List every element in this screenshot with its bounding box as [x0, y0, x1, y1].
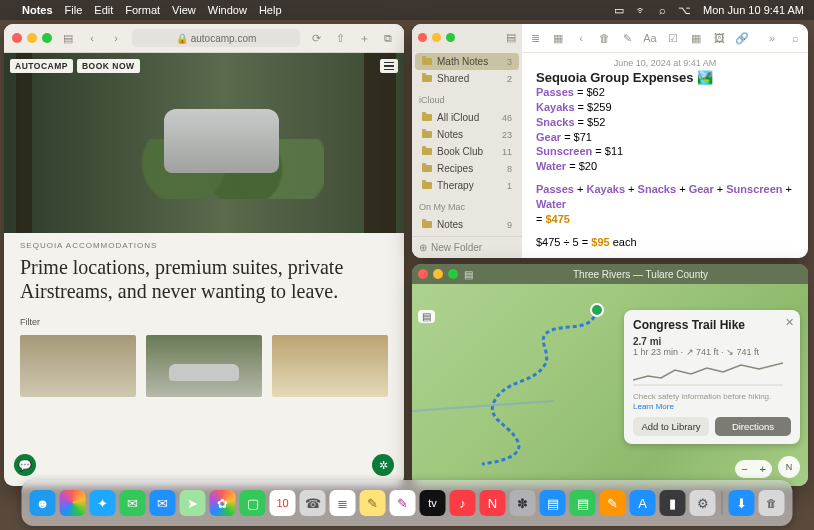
safari-window: ▤ ‹ › 🔒autocamp.com ⟳ ⇧ ＋ ⧉ AUTOCAMP BOO…	[4, 24, 404, 486]
hamburger-icon[interactable]	[380, 59, 398, 73]
dock-app-downloads[interactable]: ⬇	[729, 490, 755, 516]
note-body[interactable]: Sequoia Group Expenses 🏞️ Passes = $62Ka…	[522, 70, 808, 257]
tabs-icon[interactable]: ⧉	[380, 32, 396, 45]
link-icon[interactable]: 🔗	[735, 32, 749, 45]
battery-icon[interactable]: ▭	[614, 4, 624, 17]
sidebar-folder[interactable]: Recipes8	[415, 160, 519, 177]
grid-view-icon[interactable]: ▦	[551, 32, 565, 45]
dock-app-settings[interactable]: ⚙	[690, 490, 716, 516]
menu-edit[interactable]: Edit	[94, 4, 113, 16]
new-tab-icon[interactable]: ＋	[356, 31, 372, 46]
menu-format[interactable]: Format	[125, 4, 160, 16]
window-controls[interactable]	[418, 33, 455, 42]
dock-app-news[interactable]: N	[480, 490, 506, 516]
expense-row: Water = $20	[536, 159, 794, 174]
map-mode-icon[interactable]: ▤	[418, 310, 435, 323]
menu-help[interactable]: Help	[259, 4, 282, 16]
dock-app-freeform[interactable]: ✎	[390, 490, 416, 516]
wifi-icon[interactable]: ᯤ	[636, 4, 647, 16]
search-icon[interactable]: ⌕	[659, 4, 666, 16]
sum-expression: Passes + Kayaks + Snacks + Gear + Sunscr…	[536, 182, 794, 227]
window-controls[interactable]	[12, 33, 52, 43]
menu-view[interactable]: View	[172, 4, 196, 16]
dock-app-appstore[interactable]: A	[630, 490, 656, 516]
sidebar-folder[interactable]: All iCloud46	[415, 109, 519, 126]
brand-badge[interactable]: AUTOCAMP	[10, 59, 73, 73]
sidebar-folder[interactable]: Shared2	[415, 70, 519, 87]
zoom-control[interactable]: −+	[735, 460, 772, 478]
chat-icon[interactable]: 💬	[14, 454, 36, 476]
map-canvas[interactable]: ▤ ✕ Congress Trail Hike 2.7 mi 1 hr 23 m…	[412, 284, 808, 486]
dock-app-tv[interactable]: tv	[420, 490, 446, 516]
window-controls[interactable]	[418, 269, 458, 279]
back-icon[interactable]: ‹	[84, 32, 100, 44]
plus-icon: ⊕	[419, 242, 427, 253]
close-icon[interactable]: ✕	[785, 316, 794, 329]
dock-app-trash[interactable]: 🗑	[759, 490, 785, 516]
sidebar-folder[interactable]: Book Club11	[415, 143, 519, 160]
media-icon[interactable]: 🖼	[712, 32, 726, 44]
table-icon[interactable]: ▦	[689, 32, 703, 45]
format-icon[interactable]: Aa	[643, 32, 657, 44]
expense-row: Snacks = $52	[536, 115, 794, 130]
back-icon[interactable]: ‹	[574, 32, 588, 44]
dock-app-finder[interactable]: ☻	[30, 490, 56, 516]
filter-button[interactable]: Filter	[20, 317, 388, 327]
menu-window[interactable]: Window	[208, 4, 247, 16]
trash-icon[interactable]: 🗑	[597, 32, 611, 44]
notes-toolbar: ≣ ▦ ‹ 🗑 ✎ Aa ☑ ▦ 🖼 🔗 » ⌕	[522, 24, 808, 53]
dock-app-keynote[interactable]: ▤	[540, 490, 566, 516]
new-folder-button[interactable]: ⊕ New Folder	[412, 236, 522, 258]
book-now-button[interactable]: BOOK NOW	[77, 59, 140, 73]
compass-icon[interactable]: N	[778, 456, 800, 478]
list-view-icon[interactable]: ≣	[528, 32, 542, 45]
app-menu[interactable]: Notes	[22, 4, 53, 16]
dock-app-mail[interactable]: ✉	[150, 490, 176, 516]
more-icon[interactable]: »	[765, 32, 779, 44]
dock-app-photos[interactable]: ✿	[210, 490, 236, 516]
folder-icon	[422, 182, 432, 189]
dock-app-launchpad[interactable]	[60, 490, 86, 516]
sidebar-folder[interactable]: Notes9	[415, 216, 519, 233]
dock-app-notes[interactable]: ✎	[360, 490, 386, 516]
dock: ☻✦✉✉➤✿▢10☎≣✎✎tv♪N✽▤▤✎A▮⚙⬇🗑	[22, 480, 793, 526]
dock-app-calendar[interactable]: 10	[270, 490, 296, 516]
dock-app-numbers[interactable]: ▤	[570, 490, 596, 516]
listing-thumb[interactable]	[272, 335, 388, 397]
dock-app-music[interactable]: ♪	[450, 490, 476, 516]
sidebar-toggle-icon[interactable]: ▤	[506, 31, 516, 44]
checklist-icon[interactable]: ☑	[666, 32, 680, 45]
address-bar[interactable]: 🔒autocamp.com	[132, 29, 300, 47]
dock-app-messages[interactable]: ✉	[120, 490, 146, 516]
menu-file[interactable]: File	[65, 4, 83, 16]
compose-icon[interactable]: ✎	[620, 32, 634, 45]
add-to-library-button[interactable]: Add to Library	[633, 417, 709, 436]
folder-icon	[422, 165, 432, 172]
dock-app-reminders[interactable]: ≣	[330, 490, 356, 516]
listing-thumb[interactable]	[20, 335, 136, 397]
accessibility-icon[interactable]: ✲	[372, 454, 394, 476]
reload-icon[interactable]: ⟳	[308, 32, 324, 45]
folder-icon	[422, 114, 432, 121]
share-icon[interactable]: ⇧	[332, 32, 348, 45]
dock-app-passwords[interactable]: ✽	[510, 490, 536, 516]
dock-app-pages[interactable]: ✎	[600, 490, 626, 516]
control-center-icon[interactable]: ⌥	[678, 4, 691, 17]
sidebar-folder[interactable]: Notes23	[415, 126, 519, 143]
notes-sidebar: ▤ Math Notes3Shared2 iCloud All iCloud46…	[412, 24, 522, 258]
directions-button[interactable]: Directions	[715, 417, 791, 436]
menubar-clock[interactable]: Mon Jun 10 9:41 AM	[703, 4, 804, 16]
dock-app-contacts[interactable]: ☎	[300, 490, 326, 516]
dock-app-maps[interactable]: ➤	[180, 490, 206, 516]
sidebar-toggle-icon[interactable]: ▤	[60, 32, 76, 45]
dock-app-iphone[interactable]: ▮	[660, 490, 686, 516]
forward-icon[interactable]: ›	[108, 32, 124, 44]
sidebar-folder[interactable]: Math Notes3	[415, 53, 519, 70]
dock-app-safari[interactable]: ✦	[90, 490, 116, 516]
dock-app-facetime[interactable]: ▢	[240, 490, 266, 516]
sidebar-folder[interactable]: Therapy1	[415, 177, 519, 194]
sidebar-toggle-icon[interactable]: ▤	[464, 269, 473, 280]
listing-thumb[interactable]	[146, 335, 262, 397]
search-icon[interactable]: ⌕	[788, 32, 802, 44]
learn-more-link[interactable]: Learn More	[633, 402, 674, 411]
